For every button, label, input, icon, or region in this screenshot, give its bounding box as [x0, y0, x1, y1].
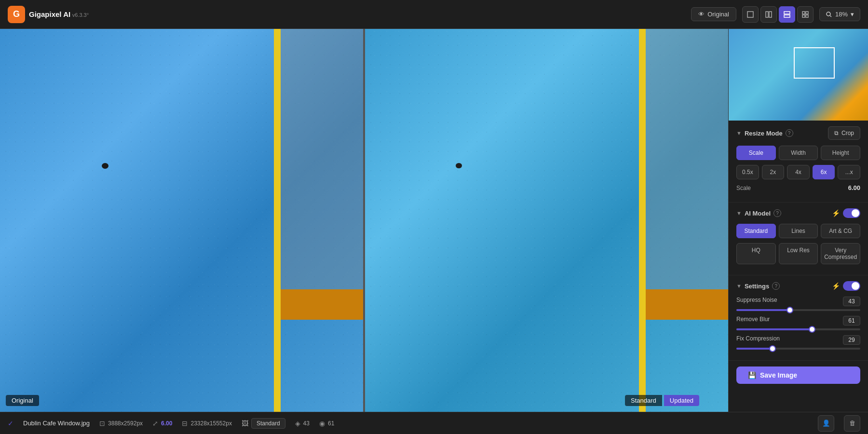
fix-compression-fill [736, 348, 773, 350]
noise-status-item: ◈ 43 [295, 420, 310, 427]
updated-label: Updated [664, 395, 699, 406]
thumbnail-area [729, 29, 868, 121]
width-mode-btn[interactable]: Width [779, 146, 818, 160]
resize-mode-buttons: Scale Width Height [736, 146, 860, 160]
model-icon: 🖼 [242, 420, 248, 427]
blur-status-value: 61 [328, 420, 334, 427]
thumbnail-viewport[interactable] [794, 47, 835, 79]
view-single-btn[interactable] [742, 6, 759, 23]
remove-blur-thumb[interactable] [809, 326, 815, 333]
remove-blur-row: Remove Blur 61 [736, 316, 860, 330]
remove-blur-value[interactable]: 61 [843, 316, 860, 326]
view-split-vertical-btn[interactable] [760, 6, 777, 23]
suppress-noise-row: Suppress Noise 43 [736, 297, 860, 311]
fix-compression-header: Fix Compression 29 [736, 335, 860, 345]
height-mode-btn[interactable]: Height [821, 146, 860, 160]
remove-blur-fill [736, 328, 812, 330]
scale-value-row: Scale 6.00 [736, 184, 860, 191]
original-size-item: ⊡ 3888x2592px [99, 420, 143, 427]
scale-6x-label: 6x [821, 169, 827, 176]
filename-label: Dublin Cafe Window.jpg [23, 420, 90, 427]
settings-toggle-thumb [852, 282, 859, 290]
original-panel: Original [0, 29, 363, 412]
scale-item: ⤢ 6.00 [152, 420, 172, 427]
crop-button[interactable]: ⧉ Crop [828, 126, 860, 140]
updated-labels: Standard Updated [625, 395, 699, 406]
user-icon: 👤 [822, 420, 830, 427]
zoom-level: 18% [835, 11, 848, 18]
suppress-noise-track[interactable] [736, 309, 860, 311]
scale-4x-btn[interactable]: 4x [787, 165, 810, 179]
view-grid-btn[interactable] [797, 6, 814, 23]
verycompressed-model-btn[interactable]: Very Compressed [821, 243, 860, 264]
window-glass [281, 29, 363, 289]
fix-compression-thumb[interactable] [769, 345, 776, 352]
scale-mode-btn[interactable]: Scale [736, 146, 776, 160]
settings-header: ▼ Settings ? ⚡ [736, 281, 860, 291]
settings-title: Settings [745, 283, 769, 290]
scale-preset-buttons: 0.5x 2x 4x 6x ...x [736, 165, 860, 179]
user-profile-btn[interactable]: 👤 [818, 415, 834, 432]
updated-label-text: Updated [670, 397, 693, 404]
dimensions-icon: ⊡ [99, 420, 105, 427]
scale-05x-btn[interactable]: 0.5x [736, 165, 759, 179]
output-icon: ⊟ [182, 420, 188, 427]
suppress-noise-value[interactable]: 43 [843, 297, 860, 306]
save-image-button[interactable]: 💾 Save Image [736, 366, 860, 384]
save-icon: 💾 [748, 371, 756, 379]
ai-model-help[interactable]: ? [773, 209, 781, 217]
resize-chevron-icon: ▼ [736, 130, 742, 136]
original-image [0, 29, 363, 412]
fix-compression-track[interactable] [736, 348, 860, 350]
app-name: Gigapixel AI [29, 10, 70, 18]
fix-compression-value[interactable]: 29 [843, 335, 860, 345]
remove-blur-track[interactable] [736, 328, 860, 330]
ai-model-toggle-thumb [852, 209, 859, 217]
view-toggle-group [742, 6, 814, 23]
blur-status-icon: ◉ [319, 420, 325, 427]
lowres-model-btn[interactable]: Low Res [779, 243, 818, 264]
view-split-horizontal-btn[interactable] [779, 6, 795, 23]
sub-model-buttons: HQ Low Res Very Compressed [736, 243, 860, 264]
hq-label: HQ [752, 247, 760, 254]
app-title-area: Gigapixel AI v6.3.3° [29, 10, 89, 18]
window-flowerbox [281, 289, 363, 320]
scale-custom-btn[interactable]: ...x [838, 165, 860, 179]
suppress-noise-label: Suppress Noise [736, 297, 777, 306]
app-logo-icon: G [8, 6, 25, 23]
resize-mode-help[interactable]: ? [786, 129, 793, 137]
ai-model-title: AI Model [745, 210, 771, 217]
scale-2x-btn[interactable]: 2x [762, 165, 785, 179]
scale-2x-label: 2x [770, 169, 776, 176]
lines-model-btn[interactable]: Lines [779, 224, 818, 238]
remove-blur-label: Remove Blur [736, 316, 770, 326]
logo-area: G Gigapixel AI v6.3.3° [8, 6, 89, 23]
width-btn-label: Width [791, 149, 806, 156]
suppress-noise-thumb[interactable] [787, 307, 793, 313]
scale-6x-btn[interactable]: 6x [813, 165, 835, 179]
topbar: G Gigapixel AI v6.3.3° 👁 Original 18% ▾ [0, 0, 868, 29]
window-flowerbox-2 [646, 289, 728, 320]
settings-help[interactable]: ? [772, 282, 780, 290]
hq-model-btn[interactable]: HQ [736, 243, 776, 264]
updated-panel: Standard Updated [365, 29, 728, 412]
zoom-control[interactable]: 18% ▾ [819, 7, 860, 21]
artcg-model-btn[interactable]: Art & CG [821, 224, 860, 238]
standard-label: Standard [625, 395, 662, 406]
delete-btn[interactable]: 🗑 [844, 415, 860, 432]
right-panel: ▼ Resize Mode ? ⧉ Crop Scale Width Heigh [728, 29, 868, 412]
noise-status-icon: ◈ [295, 420, 300, 427]
original-btn-label: Original [707, 11, 729, 18]
output-size-value: 23328x15552px [190, 420, 231, 427]
resize-mode-header: ▼ Resize Mode ? ⧉ Crop [736, 126, 860, 140]
original-label-text: Original [12, 397, 33, 404]
ai-model-toggle[interactable] [843, 208, 860, 218]
height-btn-label: Height [832, 149, 849, 156]
scale-05x-label: 0.5x [742, 169, 753, 176]
standard-model-btn[interactable]: Standard [736, 224, 776, 238]
settings-toggle[interactable] [843, 281, 860, 291]
fix-compression-label: Fix Compression [736, 335, 780, 345]
original-button[interactable]: 👁 Original [691, 7, 736, 21]
noise-status-value: 43 [303, 420, 310, 427]
fix-compression-row: Fix Compression 29 [736, 335, 860, 350]
